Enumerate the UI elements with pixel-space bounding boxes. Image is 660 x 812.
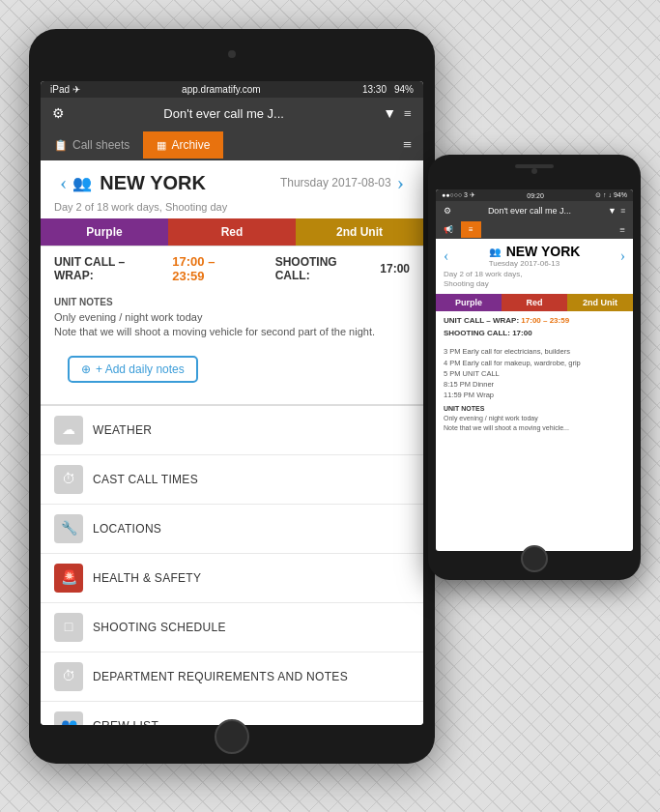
phone-content[interactable]: ‹ 👥 NEW YORK Tuesday 2017-06-13 › Day 2 … [436, 239, 633, 551]
phone-gear-icon[interactable]: ⚙ [444, 206, 451, 216]
locations-label: LOCATIONS [93, 522, 161, 536]
phone-next-arrow[interactable]: › [620, 247, 625, 265]
phone-camera [531, 168, 537, 174]
phone-nav-bar: 📢 ≡ ≡ [436, 220, 633, 239]
tablet-nav-bar: 📋 Call sheets ▦ Archive ≡ [41, 130, 423, 160]
section-list: ☁ WEATHER ⏱ CAST CALL TIMES 🔧 LOCATIONS … [41, 404, 423, 725]
phone-home-button[interactable] [521, 545, 548, 572]
phone-location-date: Tuesday 2017-06-13 [489, 259, 581, 268]
phone-time: 09:20 [527, 192, 544, 199]
note-2: 5 PM UNIT CALL [444, 368, 625, 379]
shooting-schedule-label: SHOOTING SCHEDULE [93, 621, 226, 634]
status-left: iPad ✈ [50, 84, 80, 95]
phone-unit-notes-text: Only evening / night work todayNote that… [444, 414, 625, 433]
section-cast-call[interactable]: ⏱ CAST CALL TIMES [41, 455, 423, 505]
phone-unit-call-label: UNIT CALL – WRAP: [444, 316, 519, 325]
tablet-content[interactable]: ‹ 👥 NEW YORK Thursday 2017-08-03 › Day 2… [41, 160, 423, 725]
tab-red[interactable]: Red [168, 218, 296, 246]
note-1: 4 PM Early call for makeup, wardrobe, gr… [444, 358, 625, 368]
tablet-screen: iPad ✈ app.dramatify.com 13:30 94% ⚙ Don… [41, 81, 423, 725]
crew-icon-box: 👥 [54, 711, 83, 725]
next-arrow[interactable]: › [391, 170, 410, 195]
phone-unit-tabs: Purple Red 2nd Unit [436, 294, 633, 311]
phone-location-name: NEW YORK [506, 244, 581, 259]
location-info: 👥 NEW YORK Thursday 2017-08-03 [72, 172, 390, 194]
phone-notes-list: 3 PM Early call for electricians, builde… [436, 343, 633, 435]
phone-status-right: ⊙ ↑ ↓ 94% [595, 191, 627, 199]
section-health-safety[interactable]: 🚨 HEALTH & SAFETY [41, 554, 423, 603]
dept-req-icon-box: ⏱ [54, 662, 83, 691]
archive-label: Archive [171, 138, 210, 152]
phone-nav-hamburger[interactable]: ≡ [612, 220, 633, 239]
unit-notes: UNIT NOTES Only evening / night work tod… [41, 293, 423, 348]
add-notes-button[interactable]: ⊕ + Add daily notes [68, 356, 198, 383]
app-title: Don't ever call me J... [163, 106, 284, 121]
call-info: UNIT CALL – WRAP: 17:00 – 23:59 SHOOTING… [41, 246, 423, 293]
location-header: ‹ 👥 NEW YORK Thursday 2017-08-03 › [41, 160, 423, 199]
phone-prev-arrow[interactable]: ‹ [444, 247, 448, 265]
red-label: Red [221, 225, 244, 239]
shooting-call-label: SHOOTING CALL: [275, 255, 375, 282]
location-name: NEW YORK [100, 172, 206, 194]
unit-call-label: UNIT CALL – WRAP: [54, 255, 166, 282]
shooting-schedule-icon-box: □ [54, 613, 83, 642]
unit-call-time: 17:00 – 23:59 [172, 254, 249, 283]
phone-tab-1[interactable]: 📢 [436, 221, 461, 238]
section-shooting-schedule[interactable]: □ SHOOTING SCHEDULE [41, 603, 423, 652]
tab-callsheets[interactable]: 📋 Call sheets [41, 131, 143, 159]
location-subtitle: Day 2 of 18 work days, Shooting day [41, 199, 423, 218]
unit-notes-label: UNIT NOTES [54, 297, 410, 307]
callsheets-label: Call sheets [72, 138, 129, 152]
phone-tab-purple[interactable]: Purple [436, 294, 502, 311]
phone-shooting-call-label: SHOOTING CALL: [444, 329, 510, 337]
status-right: 13:30 94% [362, 84, 414, 95]
time-label: 13:30 [362, 84, 387, 95]
health-safety-icon-box: 🚨 [54, 564, 83, 593]
phone-unit-notes-label: UNIT NOTES [444, 404, 625, 415]
section-weather[interactable]: ☁ WEATHER [41, 406, 423, 455]
phone-subtitle: Day 2 of 18 work days,Shooting day [436, 270, 633, 294]
weather-label: WEATHER [93, 423, 152, 437]
shooting-call-time: 17:00 [380, 262, 410, 276]
nav-hamburger[interactable]: ≡ [391, 130, 423, 160]
add-notes-label: + Add daily notes [96, 362, 185, 376]
note-4: 11:59 PM Wrap [444, 390, 625, 400]
crew-label: CREW LIST [93, 719, 158, 725]
cast-call-label: CAST CALL TIMES [93, 473, 198, 486]
phone-call-info: UNIT CALL – WRAP: 17:00 – 23:59 SHOOTING… [436, 311, 633, 344]
tab-archive[interactable]: ▦ Archive [143, 131, 223, 159]
ipad-label: iPad ✈ [50, 84, 80, 95]
location-title-row: 👥 NEW YORK Thursday 2017-08-03 [72, 172, 390, 194]
note-3: 8:15 PM Dinner [444, 379, 625, 390]
tablet-home-button[interactable] [215, 719, 249, 754]
2nd-unit-label: 2nd Unit [336, 225, 383, 239]
prev-arrow[interactable]: ‹ [54, 170, 72, 195]
phone-purple-label: Purple [455, 298, 482, 307]
phone-dropdown-icon[interactable]: ▼ [608, 206, 617, 216]
unit-notes-text1: Only evening / night work today [54, 310, 410, 325]
gear-icon[interactable]: ⚙ [52, 105, 65, 122]
phone-tab-2nd-unit[interactable]: 2nd Unit [567, 294, 633, 311]
phone-tab-red[interactable]: Red [502, 294, 567, 311]
purple-label: Purple [86, 225, 122, 239]
phone-location-title-row: 👥 NEW YORK [489, 244, 581, 259]
section-dept-requirements[interactable]: ⏱ DEPARTMENT REQUIREMENTS AND NOTES [41, 652, 423, 702]
phone-app-title: Don't ever call me J... [488, 206, 571, 216]
status-center: app.dramatify.com [182, 84, 261, 95]
phone-location-header: ‹ 👥 NEW YORK Tuesday 2017-06-13 › [436, 239, 633, 270]
phone-tab-2[interactable]: ≡ [461, 221, 481, 238]
plus-icon: ⊕ [81, 362, 91, 376]
tab-2nd-unit[interactable]: 2nd Unit [296, 218, 423, 246]
locations-icon-box: 🔧 [54, 514, 83, 543]
cast-call-icon-box: ⏱ [54, 465, 83, 494]
phone-hamburger-icon[interactable]: ≡ [620, 206, 625, 216]
dropdown-icon[interactable]: ▼ [383, 106, 396, 122]
section-locations[interactable]: 🔧 LOCATIONS [41, 505, 423, 554]
phone-status-bar: ●●○○○ 3 ✈ 09:20 ⊙ ↑ ↓ 94% [436, 189, 633, 201]
tab-purple[interactable]: Purple [41, 218, 168, 246]
hamburger-icon[interactable]: ≡ [404, 106, 412, 122]
battery-label: 94% [394, 84, 414, 95]
archive-icon: ▦ [157, 139, 166, 152]
phone-nav-tab2-icon: ≡ [469, 225, 473, 234]
dept-req-label: DEPARTMENT REQUIREMENTS AND NOTES [93, 670, 348, 683]
